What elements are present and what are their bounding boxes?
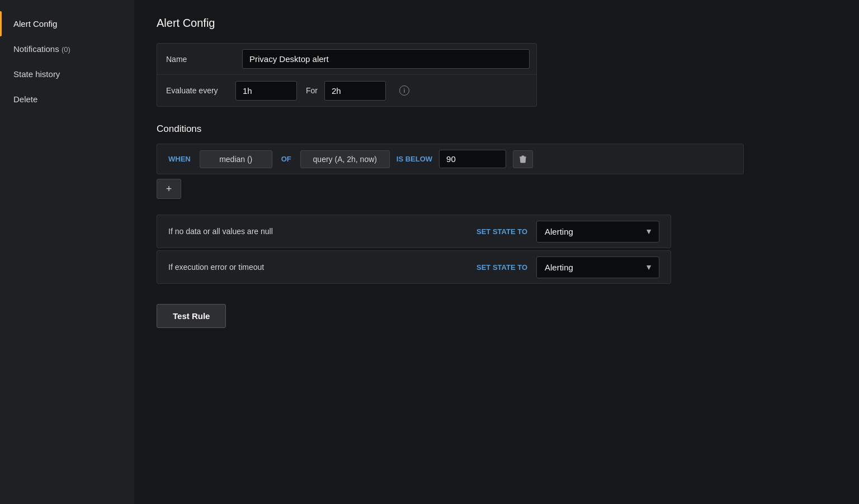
error-condition-label: If execution error or timeout xyxy=(168,263,468,272)
condition-row: WHEN median () OF query (A, 2h, now) IS … xyxy=(157,144,744,174)
name-input[interactable] xyxy=(242,49,530,69)
sidebar-item-label: State history xyxy=(13,69,60,79)
sidebar: Alert Config Notifications (0) State his… xyxy=(0,0,134,504)
conditions-title: Conditions xyxy=(157,123,837,135)
sidebar-item-state-history[interactable]: State history xyxy=(0,61,134,87)
page-title: Alert Config xyxy=(157,17,837,30)
sidebar-item-delete[interactable]: Delete xyxy=(0,87,134,112)
name-label: Name xyxy=(157,48,235,70)
conditions-section: Conditions WHEN median () OF query (A, 2… xyxy=(157,123,837,199)
for-input[interactable] xyxy=(324,81,386,101)
evaluate-row: Evaluate every For i xyxy=(157,75,536,106)
query-selector[interactable]: query (A, 2h, now) xyxy=(300,150,390,168)
state-section: If no data or all values are null SET ST… xyxy=(157,215,671,284)
name-value-cell xyxy=(235,45,536,73)
is-below-label: IS BELOW xyxy=(394,155,435,163)
state-select-error[interactable]: Alerting Error Keep Last State OK xyxy=(536,256,659,278)
config-table: Name Evaluate every For i xyxy=(157,43,537,107)
threshold-input[interactable] xyxy=(439,150,506,168)
name-row: Name xyxy=(157,44,536,75)
test-rule-button[interactable]: Test Rule xyxy=(157,304,226,328)
evaluate-label: Evaluate every xyxy=(157,86,235,95)
no-data-condition-label: If no data or all values are null xyxy=(168,227,468,236)
evaluate-input[interactable] xyxy=(235,81,297,101)
evaluate-row-inner: Evaluate every For i xyxy=(157,81,536,101)
for-input-wrap: i xyxy=(324,81,409,101)
sidebar-item-alert-config[interactable]: Alert Config xyxy=(0,11,134,36)
sidebar-item-label: Alert Config xyxy=(13,19,57,28)
for-label: For xyxy=(306,86,318,95)
when-label: WHEN xyxy=(164,155,195,163)
state-select-wrap-1: Alerting Error Keep Last State OK ▼ xyxy=(536,256,659,278)
sidebar-item-notifications[interactable]: Notifications (0) xyxy=(0,36,134,61)
notifications-badge: (0) xyxy=(62,45,70,54)
set-state-label-0: SET STATE TO xyxy=(476,227,527,236)
main-content: Alert Config Name Evaluate every For i C… xyxy=(134,0,859,504)
delete-condition-button[interactable] xyxy=(513,150,533,168)
add-condition-button[interactable]: + xyxy=(157,179,181,199)
state-select-wrap-0: Alerting No Data Keep Last State OK ▼ xyxy=(536,221,659,243)
func-selector[interactable]: median () xyxy=(200,150,272,168)
sidebar-item-label: Notifications xyxy=(13,44,59,54)
info-icon: i xyxy=(399,85,409,96)
state-row-error: If execution error or timeout SET STATE … xyxy=(157,250,671,284)
sidebar-item-label: Delete xyxy=(13,94,37,104)
set-state-label-1: SET STATE TO xyxy=(476,263,527,272)
state-select-no-data[interactable]: Alerting No Data Keep Last State OK xyxy=(536,221,659,243)
state-row-no-data: If no data or all values are null SET ST… xyxy=(157,215,671,248)
of-label: OF xyxy=(277,155,296,163)
